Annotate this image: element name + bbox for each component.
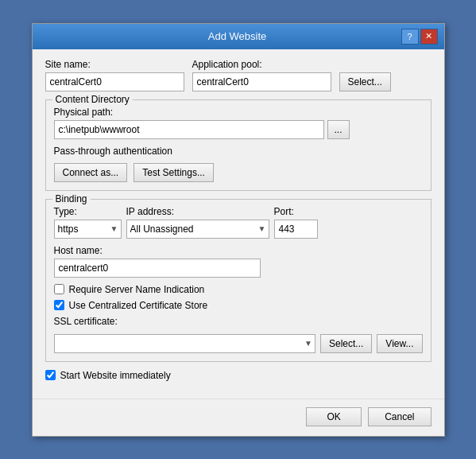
select-pool-button[interactable]: Select... bbox=[339, 72, 391, 91]
physical-path-row: ... bbox=[54, 120, 423, 139]
ssl-cert-label: SSL certificate: bbox=[54, 316, 423, 327]
type-group: Type: https http ftp ▼ bbox=[54, 206, 122, 239]
app-pool-label: Application pool: bbox=[192, 59, 331, 70]
dialog-footer: OK Cancel bbox=[33, 399, 444, 436]
ssl-cert-group: SSL certificate: ▼ Select... View... bbox=[54, 316, 423, 353]
type-select-wrapper: https http ftp ▼ bbox=[54, 220, 122, 239]
content-directory-label: Content Directory bbox=[52, 94, 133, 105]
app-pool-group: Application pool: bbox=[192, 59, 331, 91]
site-name-input[interactable] bbox=[45, 72, 184, 91]
ok-button[interactable]: OK bbox=[306, 407, 362, 426]
type-ip-port-row: Type: https http ftp ▼ IP address: bbox=[54, 206, 423, 239]
dialog-title: Add Website bbox=[74, 30, 401, 42]
hostname-group: Host name: bbox=[54, 245, 423, 278]
physical-path-label: Physical path: bbox=[54, 107, 423, 118]
start-website-checkbox[interactable] bbox=[45, 370, 56, 380]
start-website-row: Start Website immediately bbox=[45, 370, 431, 381]
site-name-group: Site name: bbox=[45, 59, 184, 91]
hostname-input[interactable] bbox=[54, 259, 261, 278]
site-name-label: Site name: bbox=[45, 59, 184, 70]
type-select[interactable]: https http ftp bbox=[54, 220, 122, 239]
require-sni-row: Require Server Name Indication bbox=[54, 284, 423, 295]
pass-through-label: Pass-through authentication bbox=[54, 146, 172, 157]
use-cert-store-checkbox[interactable] bbox=[54, 300, 64, 310]
ip-select[interactable]: All Unassigned bbox=[126, 220, 269, 239]
binding-label: Binding bbox=[52, 193, 91, 204]
port-input[interactable] bbox=[274, 220, 318, 239]
title-bar: Add Website ? ✕ bbox=[33, 24, 444, 49]
port-group: Port: bbox=[274, 206, 318, 239]
ip-group: IP address: All Unassigned ▼ bbox=[126, 206, 269, 239]
cert-store-row: Use Centralized Certificate Store bbox=[54, 300, 423, 311]
content-directory-group: Content Directory Physical path: ... Pas… bbox=[45, 99, 431, 191]
binding-group: Binding Type: https http ftp ▼ IP a bbox=[45, 199, 431, 362]
auth-buttons-row: Connect as... Test Settings... bbox=[54, 163, 423, 182]
ssl-cert-select[interactable] bbox=[54, 334, 316, 353]
physical-path-group: Physical path: ... bbox=[54, 107, 423, 139]
ssl-view-button[interactable]: View... bbox=[377, 334, 422, 353]
hostname-label: Host name: bbox=[54, 245, 423, 256]
pass-through-section: Pass-through authentication bbox=[54, 146, 423, 157]
physical-path-input[interactable] bbox=[54, 120, 324, 139]
dialog-content: Site name: Application pool: Select... C… bbox=[33, 49, 444, 395]
start-website-label: Start Website immediately bbox=[60, 370, 171, 381]
connect-as-button[interactable]: Connect as... bbox=[54, 163, 128, 182]
title-bar-buttons: ? ✕ bbox=[401, 29, 438, 45]
help-button[interactable]: ? bbox=[401, 29, 419, 45]
require-sni-checkbox[interactable] bbox=[54, 284, 64, 294]
use-cert-store-label: Use Centralized Certificate Store bbox=[69, 300, 208, 311]
ssl-cert-row: ▼ Select... View... bbox=[54, 334, 423, 353]
ssl-select-button[interactable]: Select... bbox=[320, 334, 372, 353]
add-website-dialog: Add Website ? ✕ Site name: Application p… bbox=[32, 23, 445, 437]
port-label: Port: bbox=[274, 206, 318, 217]
ip-label: IP address: bbox=[126, 206, 269, 217]
type-label: Type: bbox=[54, 206, 122, 217]
app-pool-input[interactable] bbox=[192, 72, 331, 91]
test-settings-button[interactable]: Test Settings... bbox=[134, 163, 214, 182]
close-button[interactable]: ✕ bbox=[420, 29, 438, 45]
cancel-button[interactable]: Cancel bbox=[368, 407, 431, 426]
site-app-pool-row: Site name: Application pool: Select... bbox=[45, 59, 431, 91]
browse-button[interactable]: ... bbox=[327, 120, 350, 139]
ssl-cert-select-wrapper: ▼ bbox=[54, 334, 316, 353]
require-sni-label: Require Server Name Indication bbox=[69, 284, 205, 295]
ip-select-wrapper: All Unassigned ▼ bbox=[126, 220, 269, 239]
